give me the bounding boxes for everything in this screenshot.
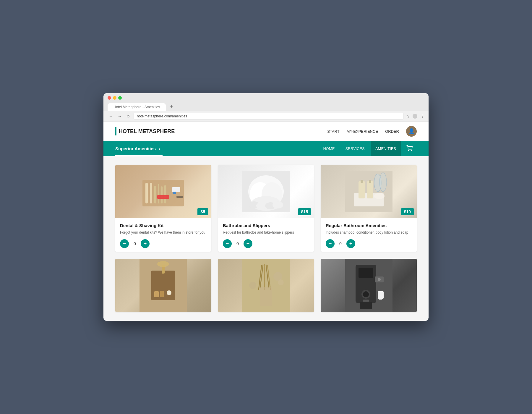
svg-rect-5: [154, 186, 156, 203]
address-input[interactable]: [134, 113, 403, 120]
subnav-home[interactable]: HOME: [318, 141, 339, 156]
close-dot[interactable]: [108, 96, 111, 100]
svg-point-0: [408, 150, 409, 151]
category-selector[interactable]: Superior Amenities ⬥: [115, 141, 163, 156]
product-image-diffuser: [218, 259, 314, 312]
product-card-bathrobe: $15 Bathrobe and Slippers Request for ba…: [218, 165, 314, 252]
browser-controls: [108, 96, 424, 100]
logo-text: HOTEL METASPHERE: [119, 128, 175, 135]
svg-rect-4: [150, 183, 152, 203]
forward-button[interactable]: →: [116, 113, 123, 119]
bathrobe-description: Request for bathrobe and take-home slipp…: [223, 230, 309, 235]
dental-illustration: [140, 171, 187, 212]
browser-chrome: Hotel Metasphere - Amenities +: [103, 93, 429, 111]
dental-price: $5: [197, 208, 208, 215]
bathrobe-increase-button[interactable]: +: [244, 239, 252, 248]
bathroom-info: Regular Bathroom Amenities Includes sham…: [321, 218, 417, 252]
product-card-dental: $5 Dental & Shaving Kit Forgot your dent…: [115, 165, 211, 252]
bathroom-decrease-button[interactable]: −: [326, 239, 335, 248]
dental-image: [115, 165, 211, 218]
product-card-diffuser: [218, 259, 314, 312]
svg-rect-35: [154, 291, 159, 297]
svg-rect-12: [176, 196, 183, 198]
svg-rect-27: [369, 180, 371, 183]
new-tab-button[interactable]: +: [167, 102, 176, 111]
product-image-bathrobe: $15: [218, 165, 314, 218]
svg-rect-9: [157, 195, 169, 199]
diffuser-illustration: [242, 259, 290, 312]
svg-point-46: [278, 279, 284, 285]
product-card-bathroom: $10 Regular Bathroom Amenities Includes …: [321, 165, 417, 252]
subnav-amenities[interactable]: AMENITIES: [371, 141, 401, 156]
room-image: [115, 259, 211, 312]
dental-title: Dental & Shaving Kit: [120, 223, 206, 228]
profile-icon[interactable]: [413, 114, 417, 119]
tab-label: Hotel Metasphere - Amenities: [113, 105, 160, 109]
bathrobe-quantity-control: − 0 +: [223, 239, 309, 248]
star-icon[interactable]: ☆: [406, 114, 410, 119]
back-button[interactable]: ←: [108, 113, 114, 119]
svg-rect-6: [158, 184, 159, 203]
sub-nav: Superior Amenities ⬥ HOME SERVICES AMENI…: [103, 141, 429, 156]
svg-point-52: [363, 291, 369, 297]
minimize-dot[interactable]: [113, 96, 116, 100]
svg-point-28: [374, 193, 385, 199]
svg-rect-57: [378, 291, 384, 299]
bathrobe-title: Bathrobe and Slippers: [223, 223, 309, 228]
nav-order[interactable]: ORDER: [385, 129, 399, 134]
cart-icon: [406, 145, 413, 151]
svg-rect-26: [367, 181, 373, 198]
category-arrow-icon: ⬥: [158, 147, 160, 151]
svg-rect-53: [363, 300, 369, 302]
nav-my-experience[interactable]: MY-EXPERIENCE: [347, 129, 378, 134]
dental-description: Forgot your dental kits? We have them in…: [120, 230, 206, 235]
cart-button[interactable]: [402, 141, 417, 156]
avatar[interactable]: 👤: [406, 126, 417, 137]
active-tab[interactable]: Hotel Metasphere - Amenities: [108, 103, 166, 111]
site-logo: HOTEL METASPHERE: [115, 127, 175, 135]
website-content: HOTEL METASPHERE START MY-EXPERIENCE ORD…: [103, 122, 429, 321]
products-section: $5 Dental & Shaving Kit Forgot your dent…: [103, 156, 429, 321]
bathroom-title: Regular Bathroom Amenities: [326, 223, 412, 228]
bathrobe-illustration: [242, 171, 290, 212]
svg-rect-44: [260, 287, 272, 306]
dental-quantity-control: − 0 +: [120, 239, 206, 248]
product-card-room: [115, 259, 211, 312]
address-bar-row: ← → ↺ ☆ ⋮: [103, 111, 429, 122]
dental-decrease-button[interactable]: −: [120, 239, 129, 248]
subnav-services[interactable]: SERVICES: [340, 141, 369, 156]
dental-info: Dental & Shaving Kit Forgot your dental …: [115, 218, 211, 252]
bathroom-increase-button[interactable]: +: [346, 239, 355, 248]
tab-bar: Hotel Metasphere - Amenities +: [108, 102, 424, 111]
svg-rect-24: [359, 181, 365, 198]
menu-icon[interactable]: ⋮: [420, 114, 424, 119]
diffuser-image: [218, 259, 314, 312]
svg-point-21: [273, 201, 283, 208]
site-header: HOTEL METASPHERE START MY-EXPERIENCE ORD…: [103, 122, 429, 141]
svg-rect-56: [360, 302, 372, 309]
svg-rect-2: [142, 180, 184, 206]
bathroom-price: $10: [401, 208, 414, 215]
svg-rect-11: [173, 192, 176, 194]
bathrobe-price: $15: [298, 208, 311, 215]
header-nav: START MY-EXPERIENCE ORDER 👤: [327, 126, 417, 137]
bathrobe-decrease-button[interactable]: −: [223, 239, 232, 248]
maximize-dot[interactable]: [118, 96, 122, 100]
category-label: Superior Amenities: [115, 146, 156, 151]
product-image-bathroom: $10: [321, 165, 417, 218]
browser-icons: ☆ ⋮: [406, 114, 424, 119]
nav-start[interactable]: START: [327, 129, 339, 134]
svg-point-1: [411, 150, 412, 151]
svg-rect-58: [379, 299, 382, 300]
svg-rect-7: [161, 186, 163, 203]
refresh-button[interactable]: ↺: [125, 113, 131, 119]
avatar-image: 👤: [408, 128, 415, 135]
coffee-image: [321, 259, 417, 312]
dental-increase-button[interactable]: +: [141, 239, 150, 248]
coffee-illustration: [345, 259, 392, 312]
products-grid: $5 Dental & Shaving Kit Forgot your dent…: [115, 165, 417, 312]
svg-point-37: [167, 290, 171, 295]
sub-nav-left: Superior Amenities ⬥: [115, 141, 163, 156]
svg-rect-10: [172, 187, 180, 192]
svg-rect-50: [359, 268, 373, 278]
